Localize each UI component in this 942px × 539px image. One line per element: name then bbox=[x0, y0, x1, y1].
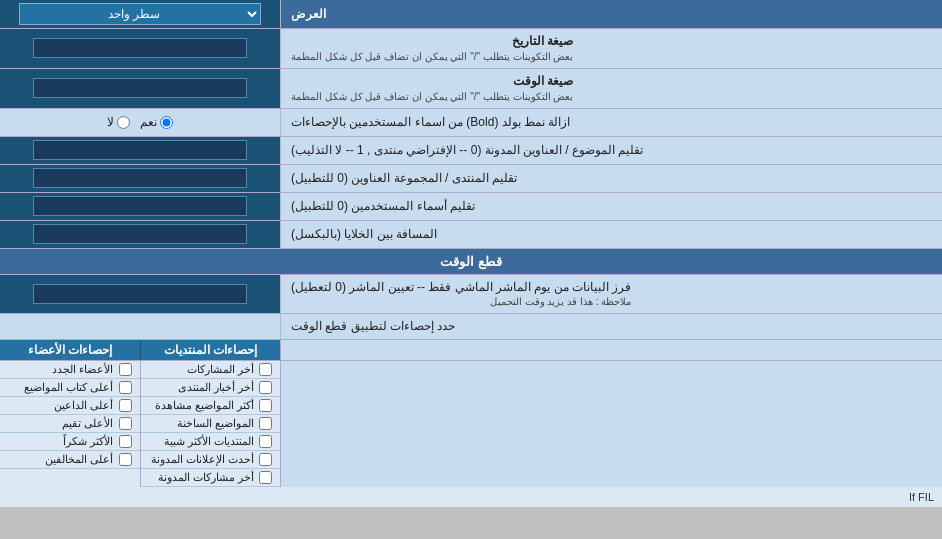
forum-order-title: تقليم المنتدى / المجموعة العناوين (0 للت… bbox=[291, 170, 517, 187]
bold-yes-text: نعم bbox=[140, 115, 157, 129]
stats-col2-label-2: أعلى الداعين bbox=[54, 399, 113, 412]
stats-col1-check-6[interactable] bbox=[259, 471, 272, 484]
bold-yes-radio[interactable] bbox=[160, 116, 173, 129]
stats-col2-item-3: الأعلى تقيم bbox=[0, 415, 140, 433]
time-format-sublabel: بعض التكوينات يتطلب "/" التي يمكن ان تضا… bbox=[291, 90, 573, 104]
stats-col1-label-1: أخر أخبار المنتدى bbox=[178, 381, 254, 394]
stats-col2-item-1: أعلى كتاب المواضيع bbox=[0, 379, 140, 397]
stats-col1-item-1: أخر أخبار المنتدى bbox=[141, 379, 281, 397]
bold-remove-radio-cell: نعم لا bbox=[0, 109, 280, 136]
stats-col2-check-5[interactable] bbox=[119, 453, 132, 466]
stats-col1-item-0: أخر المشاركات bbox=[141, 361, 281, 379]
stats-col1-check-4[interactable] bbox=[259, 435, 272, 448]
bold-remove-title: ازالة نمط بولد (Bold) من اسماء المستخدمي… bbox=[291, 114, 570, 131]
stats-col1-item-3: المواضيع الساخنة bbox=[141, 415, 281, 433]
bold-no-radio[interactable] bbox=[117, 116, 130, 129]
date-format-label: صيغة التاريخ بعض التكوينات يتطلب "/" الت… bbox=[280, 29, 942, 68]
stats-col2-check-3[interactable] bbox=[119, 417, 132, 430]
forum-order-label: تقليم المنتدى / المجموعة العناوين (0 للت… bbox=[280, 165, 942, 192]
snapshot-row: فرز البيانات من يوم الماشر الماشي فقط --… bbox=[0, 275, 942, 315]
stats-col1-check-0[interactable] bbox=[259, 363, 272, 376]
topics-order-input[interactable]: 33 bbox=[33, 140, 247, 160]
stats-col2-item-0: الأعضاء الجدد bbox=[0, 361, 140, 379]
users-order-input[interactable]: 0 bbox=[33, 196, 247, 216]
time-format-title: صيغة الوقت bbox=[291, 73, 573, 90]
stats-col2-check-2[interactable] bbox=[119, 399, 132, 412]
bold-no-label[interactable]: لا bbox=[107, 115, 130, 129]
stats-col1-item-5: أحدث الإعلانات المدونة bbox=[141, 451, 281, 469]
date-format-input-cell: d-m bbox=[0, 29, 280, 68]
stats-col2-header: إحصاءات الأعضاء bbox=[0, 340, 140, 360]
stats-col1-check-3[interactable] bbox=[259, 417, 272, 430]
stats-limit-title: حدد إحصاءات لتطبيق قطع الوقت bbox=[291, 318, 455, 335]
snapshot-label: فرز البيانات من يوم الماشر الماشي فقط --… bbox=[280, 275, 942, 314]
stats-col1-item-6: أخر مشاركات المدونة bbox=[141, 469, 281, 487]
footer-text: If FIL bbox=[0, 487, 942, 507]
time-format-label: صيغة الوقت بعض التكوينات يتطلب "/" التي … bbox=[280, 69, 942, 108]
cell-spacing-input[interactable]: 2 bbox=[33, 224, 247, 244]
stats-right-empty bbox=[280, 340, 942, 360]
display-title: العرض bbox=[291, 6, 326, 23]
header-row: العرض سطر واحدسطرينثلاثة أسطر bbox=[0, 0, 942, 29]
stats-col2-label-1: أعلى كتاب المواضيع bbox=[24, 381, 113, 394]
snapshot-section-title: قطع الوقت bbox=[0, 249, 942, 274]
stats-empty-col bbox=[280, 361, 942, 487]
stats-col1-item-2: أكثر المواضيع مشاهدة bbox=[141, 397, 281, 415]
bold-remove-label: ازالة نمط بولد (Bold) من اسماء المستخدمي… bbox=[280, 109, 942, 136]
stats-limit-row: حدد إحصاءات لتطبيق قطع الوقت bbox=[0, 314, 942, 340]
stats-col2-item-5: أعلى المخالفين bbox=[0, 451, 140, 469]
stats-col1-check-1[interactable] bbox=[259, 381, 272, 394]
stats-cols-container: إحصاءات المنتديات إحصاءات الأعضاء bbox=[0, 340, 280, 360]
cell-spacing-row: المسافة بين الخلايا (بالبكسل) 2 bbox=[0, 221, 942, 249]
stats-col2-item-4: الأكثر شكراً bbox=[0, 433, 140, 451]
stats-col1-label-5: أحدث الإعلانات المدونة bbox=[151, 453, 254, 466]
stats-items-container: أخر المشاركات أخر أخبار المنتدى أكثر الم… bbox=[0, 361, 942, 487]
topics-order-row: تقليم الموضوع / العناوين المدونة (0 -- ا… bbox=[0, 137, 942, 165]
cell-spacing-title: المسافة بين الخلايا (بالبكسل) bbox=[291, 226, 437, 243]
date-format-input[interactable]: d-m bbox=[33, 38, 247, 58]
footer-label: If FIL bbox=[909, 491, 934, 503]
users-order-row: تقليم أسماء المستخدمين (0 للتطبيل) 0 bbox=[0, 193, 942, 221]
topics-order-input-cell: 33 bbox=[0, 137, 280, 164]
snapshot-section-row: قطع الوقت bbox=[0, 249, 942, 275]
time-format-row: صيغة الوقت بعض التكوينات يتطلب "/" التي … bbox=[0, 69, 942, 109]
date-format-sublabel: بعض التكوينات يتطلب "/" التي يمكن ان تضا… bbox=[291, 50, 573, 64]
snapshot-note: ملاحظة : هذا قد يزيد وقت التحميل bbox=[291, 295, 631, 309]
stats-col2-check-4[interactable] bbox=[119, 435, 132, 448]
stats-col1-label-0: أخر المشاركات bbox=[187, 363, 254, 376]
stats-col1-item-4: المنتديات الأكثر شبية bbox=[141, 433, 281, 451]
stats-col2-label-0: الأعضاء الجدد bbox=[52, 363, 113, 376]
cell-spacing-label: المسافة بين الخلايا (بالبكسل) bbox=[280, 221, 942, 248]
stats-col2-items: الأعضاء الجدد أعلى كتاب المواضيع أعلى ال… bbox=[0, 361, 140, 487]
lines-select-cell: سطر واحدسطرينثلاثة أسطر bbox=[0, 0, 280, 28]
stats-col2-check-1[interactable] bbox=[119, 381, 132, 394]
stats-col1-check-2[interactable] bbox=[259, 399, 272, 412]
forum-order-row: تقليم المنتدى / المجموعة العناوين (0 للت… bbox=[0, 165, 942, 193]
bold-remove-row: ازالة نمط بولد (Bold) من اسماء المستخدمي… bbox=[0, 109, 942, 137]
stats-col1-label-4: المنتديات الأكثر شبية bbox=[164, 435, 254, 448]
stats-limit-input-cell bbox=[0, 314, 280, 339]
main-container: العرض سطر واحدسطرينثلاثة أسطر صيغة التار… bbox=[0, 0, 942, 507]
snapshot-input-cell: 0 bbox=[0, 275, 280, 314]
snapshot-input[interactable]: 0 bbox=[33, 284, 247, 304]
stats-col2-check-0[interactable] bbox=[119, 363, 132, 376]
forum-order-input-cell: 33 bbox=[0, 165, 280, 192]
stats-col1-header: إحصاءات المنتديات bbox=[140, 340, 281, 360]
bold-yes-label[interactable]: نعم bbox=[140, 115, 173, 129]
stats-col1-label-6: أخر مشاركات المدونة bbox=[158, 471, 254, 484]
topics-order-title: تقليم الموضوع / العناوين المدونة (0 -- ا… bbox=[291, 142, 643, 159]
stats-col2-item-2: أعلى الداعين bbox=[0, 397, 140, 415]
stats-headers: إحصاءات المنتديات إحصاءات الأعضاء bbox=[0, 340, 942, 361]
bold-no-text: لا bbox=[107, 115, 114, 129]
stats-col2-label-5: أعلى المخالفين bbox=[45, 453, 113, 466]
forum-order-input[interactable]: 33 bbox=[33, 168, 247, 188]
stats-limit-label: حدد إحصاءات لتطبيق قطع الوقت bbox=[280, 314, 942, 339]
snapshot-title: فرز البيانات من يوم الماشر الماشي فقط --… bbox=[291, 279, 631, 296]
users-order-title: تقليم أسماء المستخدمين (0 للتطبيل) bbox=[291, 198, 475, 215]
time-format-input[interactable]: H:i bbox=[33, 78, 247, 98]
stats-col2-label-4: الأكثر شكراً bbox=[63, 435, 113, 448]
lines-select[interactable]: سطر واحدسطرينثلاثة أسطر bbox=[19, 3, 260, 25]
stats-col1-label-2: أكثر المواضيع مشاهدة bbox=[155, 399, 254, 412]
topics-order-label: تقليم الموضوع / العناوين المدونة (0 -- ا… bbox=[280, 137, 942, 164]
stats-col1-check-5[interactable] bbox=[259, 453, 272, 466]
